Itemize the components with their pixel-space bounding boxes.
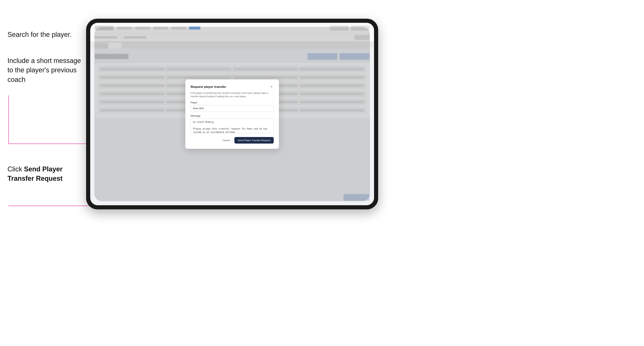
- player-input[interactable]: [190, 105, 274, 112]
- device-screen: /: [90, 23, 374, 205]
- annotation-message-text: Include a short messageto the player's p…: [8, 56, 86, 84]
- device-frame: /: [86, 19, 378, 209]
- message-field-label: Message: [190, 114, 274, 117]
- message-textarea[interactable]: Hi Coach McHarg, Please accept this tran…: [190, 118, 274, 133]
- modal-close-button[interactable]: ×: [269, 85, 274, 89]
- annotation-line-vertical: [8, 95, 9, 144]
- request-transfer-modal: Request player transfer × If the player …: [185, 79, 279, 149]
- message-field-group: Message Hi Coach McHarg, Please accept t…: [190, 114, 274, 134]
- player-field-label: Player: [190, 101, 274, 104]
- annotation-search-text: Search for the player.: [8, 30, 72, 39]
- cancel-button[interactable]: Cancel: [220, 137, 232, 143]
- send-transfer-request-button[interactable]: Send Player Transfer Request: [234, 137, 274, 144]
- modal-overlay: Request player transfer × If the player …: [94, 27, 370, 201]
- player-field-group: Player: [190, 101, 274, 112]
- modal-description: If the player is transferring from anoth…: [190, 91, 274, 98]
- modal-title: Request player transfer: [190, 85, 226, 89]
- modal-actions: Cancel Send Player Transfer Request: [190, 137, 274, 144]
- annotation-click-text: Click Send Player Transfer Request: [8, 165, 75, 183]
